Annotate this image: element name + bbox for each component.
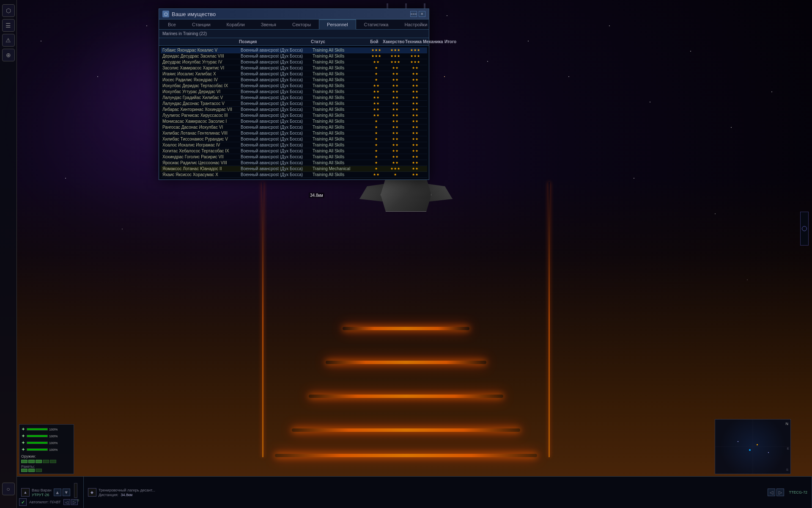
- table-row[interactable]: Иосес Радилис Яхондрас IV Военный авансp…: [161, 77, 427, 83]
- cell-hacking: ★★: [384, 84, 406, 88]
- cell-tech: ★★: [406, 114, 425, 117]
- tab-stations[interactable]: Станции: [184, 19, 219, 30]
- cell-combat: ★★: [368, 173, 384, 177]
- cell-name: Монисасас Хамирасос Засолис I: [162, 119, 241, 124]
- table-row[interactable]: Хоалос Иохалис Иограмас IV Военный аванс…: [161, 142, 427, 148]
- cell-combat: ★★★: [368, 49, 384, 52]
- cell-name: Яомаксос Лотанас Юанадос II: [162, 166, 241, 171]
- cell-hacking: ★★: [384, 96, 406, 99]
- cell-combat: ★: [368, 144, 384, 147]
- autopilot-arr-right[interactable]: ▷: [71, 499, 78, 505]
- cell-name: Лалундас Дасонас Трантасос V: [162, 101, 241, 106]
- tab-all[interactable]: Все: [160, 19, 184, 30]
- header-combat: Бой: [366, 39, 383, 44]
- table-row[interactable]: Рангосас Дасонас Иохулбас VI Военный ава…: [161, 124, 427, 130]
- autopilot-arr-left[interactable]: ◁: [63, 499, 70, 505]
- cell-status: Training All Skills: [313, 119, 368, 124]
- sidebar-icon-home[interactable]: ⬡: [2, 4, 15, 17]
- table-row[interactable]: Хилибас Лотанас Гентелинас VIII Военный …: [161, 130, 427, 136]
- tab-sectors[interactable]: Секторы: [284, 19, 319, 30]
- health-row-3: ✦ 100%: [21, 440, 72, 446]
- target-dist-label: Дистанция: 34.8км: [99, 493, 155, 497]
- table-row[interactable]: Лалундас Градийас Хилибас V Военный аван…: [161, 95, 427, 101]
- target-code-label: TTECG-72: [789, 490, 807, 494]
- cell-combat: ★★★: [368, 55, 384, 58]
- bottom-left-controls: ✓ Автопилот: П/АВТ ◁ ▷: [19, 498, 78, 506]
- myship-name-label: Ваш Варан: [32, 488, 52, 492]
- table-row[interactable]: Гобаис Яхондрас Кокалис V Военный авансp…: [161, 47, 427, 53]
- table-row[interactable]: Яомаксос Лотанас Юанадос II Военный аван…: [161, 166, 427, 172]
- table-row[interactable]: Иохулбас Угтурас Деридас VI Военный аван…: [161, 89, 427, 95]
- table-row[interactable]: Хохиндрас Гоголис Расирис VII Военный ав…: [161, 154, 427, 160]
- dialog-minimize-button[interactable]: «««: [410, 11, 417, 17]
- cell-combat: ★★: [368, 102, 384, 105]
- cell-position: Военный авансpost (Дух Босса): [241, 107, 313, 112]
- target-info: Тренировочный лагерь десант... Дистанция…: [99, 488, 155, 497]
- tab-personnel[interactable]: Personnel: [319, 19, 356, 30]
- table-row[interactable]: Яросиас Радилис Цессоонас VIII Военный а…: [161, 160, 427, 166]
- autopilot-label: Автопилот: П/АВТ: [29, 500, 61, 504]
- tab-groups[interactable]: Звенья: [253, 19, 284, 30]
- hangar-light-strip-4: [292, 428, 520, 432]
- cell-tech: ★★: [406, 161, 425, 165]
- cell-position: Военный авансpost (Дух Босса): [241, 166, 313, 171]
- cell-name: Луулигос Рагнисас Хируссасос III: [162, 113, 241, 118]
- left-sidebar: ⬡ ☰ ⚠ ⊕ ○: [0, 0, 17, 508]
- minimap: N S E ◁ ▷: [715, 419, 791, 474]
- tab-ships[interactable]: Корабли: [219, 19, 253, 30]
- table-row[interactable]: Хилибас Тиссонамос Рурандис V Военный ав…: [161, 136, 427, 142]
- cell-status: Training All Skills: [313, 113, 368, 118]
- cell-status: Training All Skills: [313, 160, 368, 165]
- tab-settings[interactable]: Настройки: [396, 19, 435, 30]
- table-row[interactable]: Лалундас Дасонас Трантасос V Военный ава…: [161, 101, 427, 107]
- sidebar-icon-circle[interactable]: ○: [2, 483, 15, 495]
- health-fill-3: [27, 442, 47, 444]
- myship-code-label: УТРУТ-26: [32, 493, 52, 497]
- table-row[interactable]: Хогитас Хебалосос Тертасобас IX Военный …: [161, 148, 427, 154]
- table-row[interactable]: Деридас Десудрас Засилас VIII Военный ав…: [161, 53, 427, 59]
- cell-mech: ★: [425, 155, 429, 159]
- target-arrow-right[interactable]: ▷: [776, 489, 784, 496]
- table-row[interactable]: Либарас Хинторинас Хохиндрас VII Военный…: [161, 107, 427, 113]
- myship-arrow-down[interactable]: ▼: [63, 489, 70, 496]
- table-row[interactable]: Иохулбас Деридас Тертасобас IX Военный а…: [161, 83, 427, 89]
- target-arrow-left[interactable]: ◁: [768, 489, 775, 496]
- weapon-bar-2: [28, 460, 35, 463]
- health-row-4: ✦ 100%: [21, 447, 72, 453]
- bottom-bar: ▲ Ваш Варан УТРУТ-26 ▲ ▼ 0м/с ◆ Трениров…: [17, 476, 812, 508]
- table-row[interactable]: Яхаис Яксисос Хорасумас X Военный авансp…: [161, 172, 427, 178]
- myship-arrow-up[interactable]: ▲: [54, 489, 61, 496]
- cell-status: Training All Skills: [313, 89, 368, 94]
- dialog-titlebar: ⬡ Ваше имущество ««« ✕: [159, 9, 429, 19]
- cell-position: Военный авансpost (Дух Босса): [241, 172, 313, 177]
- dialog-controls: ««« ✕: [410, 11, 425, 17]
- health-row-2: ✦ 100%: [21, 433, 72, 439]
- sidebar-icon-menu[interactable]: ☰: [2, 19, 15, 32]
- table-row[interactable]: Монисасас Хамирасос Засолис I Военный ав…: [161, 119, 427, 124]
- checkbox-1[interactable]: ✓: [19, 498, 27, 506]
- health-icon-2: ✦: [21, 433, 25, 439]
- sidebar-icon-alert[interactable]: ⚠: [2, 34, 15, 47]
- health-icon-4: ✦: [21, 447, 25, 453]
- table-row[interactable]: Десудрас Иохулбас Угтурас IV Военный ава…: [161, 59, 427, 65]
- sidebar-icon-add[interactable]: ⊕: [2, 49, 15, 61]
- cell-mech: ★★: [425, 66, 429, 70]
- table-row[interactable]: Луулигос Рагнисас Хируссасос III Военный…: [161, 113, 427, 119]
- cell-position: Военный авансpost (Дух Босса): [241, 137, 313, 141]
- cell-tech: ★★: [406, 84, 425, 88]
- health-bar-4: [27, 448, 48, 451]
- marines-count-label: Marines in Training (22): [162, 31, 207, 36]
- header-total: Итого: [442, 39, 459, 44]
- health-fill-4: [27, 449, 47, 450]
- table-row[interactable]: Игаяис Иосалис Хилибас X Военный авансpo…: [161, 71, 427, 77]
- cell-tech: ★★★: [406, 55, 425, 58]
- tab-statistics[interactable]: Статистика: [356, 19, 397, 30]
- cell-status: Training All Skills: [313, 172, 368, 177]
- cell-combat: ★: [368, 138, 384, 141]
- table-row[interactable]: Засолис Хамирасос Харитис VI Военный ава…: [161, 65, 427, 71]
- dialog-close-button[interactable]: ✕: [419, 11, 425, 17]
- cell-name: Либарас Хинторинас Хохиндрас VII: [162, 107, 241, 112]
- autopilot-arrows: ◁ ▷: [63, 499, 78, 505]
- cell-position: Военный авансpost (Дух Босса): [241, 113, 313, 118]
- cell-status: Training All Skills: [313, 83, 368, 88]
